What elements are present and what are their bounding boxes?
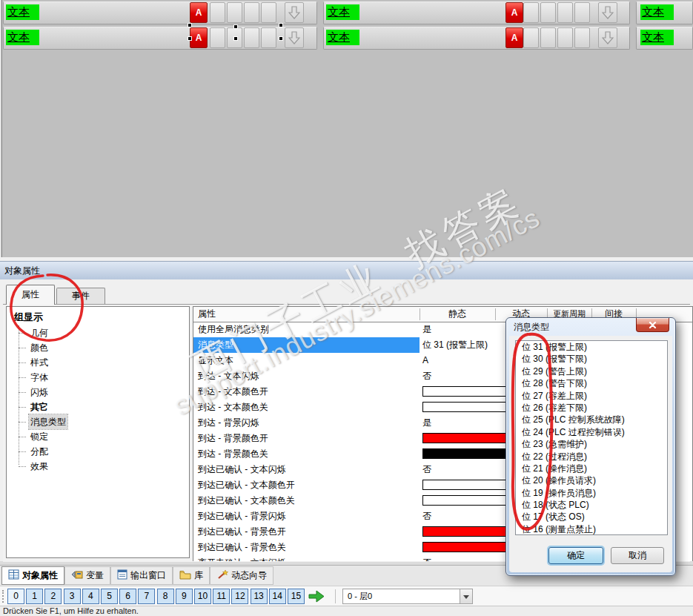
down-arrow-icon[interactable]	[285, 27, 304, 48]
message-type-item-0[interactable]: 位 31 (报警上限)	[516, 341, 667, 353]
selection-handle[interactable]	[233, 24, 238, 29]
layer-button-10[interactable]: 10	[194, 589, 211, 604]
layer-button-6[interactable]: 6	[119, 589, 136, 604]
message-type-item-1[interactable]: 位 30 (报警下限)	[516, 353, 667, 365]
down-arrow-icon[interactable]	[285, 2, 304, 23]
green-arrow-icon[interactable]	[308, 589, 325, 606]
blank-button[interactable]	[227, 2, 242, 23]
tree-item-3[interactable]: 字体	[7, 370, 189, 385]
blank-button[interactable]	[244, 2, 259, 23]
down-arrow-icon[interactable]	[598, 2, 617, 23]
blank-button[interactable]	[540, 2, 556, 23]
property-value: 是	[422, 415, 431, 431]
selection-handle[interactable]	[188, 23, 192, 27]
ack-button[interactable]: A	[190, 2, 208, 23]
blank-button[interactable]	[540, 27, 556, 48]
wincc-graphics-designer: 文本A文本A文本文本A文本A文本 西门子工业 找答案 support.indus…	[0, 0, 693, 616]
message-type-listbox[interactable]: 位 31 (报警上限)位 30 (报警下限)位 29 (警告上限)位 28 (警…	[515, 340, 668, 535]
tree-item-7[interactable]: 锁定	[7, 429, 189, 444]
down-arrow-icon[interactable]	[598, 27, 617, 48]
layer-button-11[interactable]: 11	[213, 589, 230, 604]
message-type-item-12[interactable]: 位 19 (操作员消息)	[516, 487, 667, 499]
ack-button[interactable]: A	[505, 2, 523, 23]
layer-button-14[interactable]: 14	[269, 589, 286, 604]
dropdown-arrow-icon[interactable]	[460, 589, 472, 603]
ok-button[interactable]: 确定	[548, 547, 603, 564]
alarm-text-label[interactable]: 文本	[326, 30, 359, 45]
message-type-item-10[interactable]: 位 21 (操作消息)	[516, 463, 667, 474]
tree-item-9[interactable]: 效果	[7, 459, 189, 474]
bottom-tab-tags[interactable]: 变量	[64, 566, 110, 585]
cancel-button[interactable]: 取消	[611, 547, 664, 564]
tree-item-2[interactable]: 样式	[7, 355, 189, 370]
tree-root-group-display[interactable]: 组显示	[14, 311, 189, 324]
blank-button[interactable]	[244, 27, 259, 48]
alarm-text-label[interactable]: 文本	[640, 4, 674, 20]
tree-item-1[interactable]: 颜色	[7, 340, 189, 355]
layer-button-1[interactable]: 1	[26, 589, 43, 604]
layer-button-3[interactable]: 3	[64, 589, 81, 604]
blank-button[interactable]	[261, 27, 276, 48]
bottom-tab-library[interactable]: 库	[173, 566, 210, 585]
tab-events[interactable]: 事件	[56, 288, 105, 305]
tree-item-6[interactable]: 消息类型	[7, 414, 189, 429]
alarm-text-label[interactable]: 文本	[6, 4, 39, 20]
tree-item-0[interactable]: 几何	[7, 325, 189, 340]
blank-button[interactable]	[574, 2, 590, 23]
layer-button-7[interactable]: 7	[138, 589, 155, 604]
message-type-item-8[interactable]: 位 23 (急需维护)	[516, 438, 667, 450]
blank-button[interactable]	[557, 27, 573, 48]
toolbar-grip-handle[interactable]	[2, 590, 6, 603]
ack-button[interactable]: A	[505, 27, 523, 48]
message-type-item-14[interactable]: 位 17 (状态 OS)	[516, 511, 667, 523]
selection-handle[interactable]	[279, 36, 283, 41]
message-type-item-13[interactable]: 位 18 (状态 PLC)	[516, 499, 667, 511]
tree-item-5[interactable]: 其它	[7, 400, 189, 414]
blank-button[interactable]	[261, 2, 276, 23]
layer-select-combobox[interactable]: 0 - 层0	[342, 589, 473, 604]
object-properties-titlebar: 对象属性	[0, 261, 693, 279]
layer-button-9[interactable]: 9	[176, 589, 193, 604]
property-value: A	[422, 353, 428, 368]
bottom-tab-output-window[interactable]: 输出窗口	[110, 566, 173, 585]
alarm-text-label[interactable]: 文本	[6, 30, 39, 45]
close-icon[interactable]	[636, 318, 669, 332]
layer-button-5[interactable]: 5	[101, 589, 118, 604]
tab-properties[interactable]: 属性	[6, 285, 55, 305]
tree-item-8[interactable]: 分配	[7, 444, 189, 459]
layer-button-0[interactable]: 0	[7, 589, 24, 604]
blank-button[interactable]	[523, 2, 539, 23]
message-type-item-2[interactable]: 位 29 (警告上限)	[516, 365, 667, 377]
message-type-item-5[interactable]: 位 26 (容差下限)	[516, 402, 667, 414]
tree-item-4[interactable]: 闪烁	[7, 385, 189, 400]
layer-button-4[interactable]: 4	[82, 589, 99, 604]
layer-button-12[interactable]: 12	[231, 589, 248, 604]
bottom-tab-wizard[interactable]: 动态向导	[210, 566, 273, 585]
alarm-text-label[interactable]: 文本	[640, 30, 674, 45]
message-type-item-3[interactable]: 位 28 (警告下限)	[516, 377, 667, 389]
bottom-tab-properties[interactable]: 对象属性	[1, 566, 64, 585]
layer-button-2[interactable]: 2	[44, 589, 62, 604]
alarm-text-label[interactable]: 文本	[326, 4, 359, 20]
message-type-item-11[interactable]: 位 20 (操作员请求)	[516, 474, 667, 486]
blank-button[interactable]	[210, 2, 225, 23]
blank-button[interactable]	[557, 2, 573, 23]
blank-button[interactable]	[523, 27, 539, 48]
layer-button-13[interactable]: 13	[251, 589, 268, 604]
ack-button[interactable]: A	[190, 27, 208, 48]
layer-button-15[interactable]: 15	[288, 589, 305, 604]
message-type-item-4[interactable]: 位 27 (容差上限)	[516, 390, 667, 402]
property-name: 到达已确认 - 文本颜色关	[193, 493, 420, 509]
bottom-tab-label: 变量	[86, 569, 104, 582]
message-type-item-15[interactable]: 位 16 (测量点禁止)	[516, 523, 667, 535]
property-value: 否	[422, 555, 431, 561]
selection-handle[interactable]	[233, 36, 238, 41]
layer-button-8[interactable]: 8	[157, 589, 174, 604]
message-type-item-6[interactable]: 位 25 (PLC 控制系统故障)	[516, 414, 667, 425]
blank-button[interactable]	[210, 27, 225, 48]
selection-handle[interactable]	[188, 36, 192, 41]
message-type-item-7[interactable]: 位 24 (PLC 过程控制错误)	[516, 426, 667, 438]
blank-button[interactable]	[574, 27, 590, 48]
message-type-item-9[interactable]: 位 22 (过程消息)	[516, 451, 667, 463]
selection-handle[interactable]	[279, 23, 283, 27]
